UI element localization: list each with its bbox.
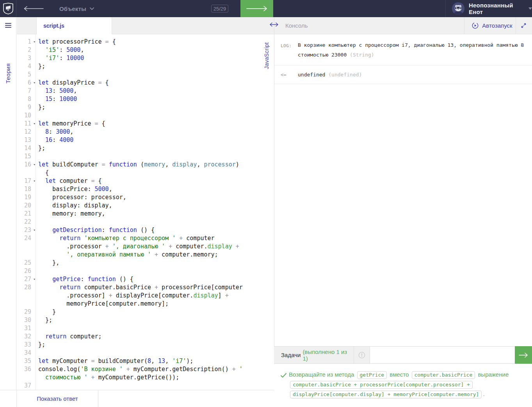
log-message: В корзине компьютер с процессором i7, ди… bbox=[298, 40, 526, 60]
tab-script-js[interactable]: script.js bbox=[36, 17, 112, 34]
code-line: .processor + ', диагональю ' + computer.… bbox=[17, 242, 274, 251]
code-line: 17▾ let computer = { bbox=[17, 177, 274, 185]
code-chip: getPrice bbox=[357, 371, 387, 379]
code-text: memoryPrice[computer.memory]; bbox=[36, 300, 169, 308]
expand-icon[interactable] bbox=[520, 22, 527, 29]
course-dropdown[interactable]: Объекты bbox=[59, 0, 94, 17]
code-text: return computer.basicPrice + processorPr… bbox=[36, 283, 243, 292]
code-text: }; bbox=[36, 62, 45, 71]
code-text: { bbox=[36, 169, 49, 177]
code-text bbox=[36, 111, 38, 120]
code-text: ', оперативной памятью ' + computer.memo… bbox=[36, 251, 218, 259]
code-text bbox=[36, 349, 38, 357]
autorun-toggle[interactable]: Автозапуск bbox=[470, 17, 515, 34]
line-number: 37 bbox=[17, 382, 36, 390]
console-header-divider bbox=[516, 17, 516, 34]
editor-tab-bar: script.js bbox=[17, 17, 274, 34]
code-line: 35let myComputer = buildComputer(8, 13, … bbox=[17, 357, 274, 365]
app-logo[interactable] bbox=[0, 0, 16, 17]
line-number: 4 bbox=[17, 62, 36, 71]
code-line: 15 bbox=[17, 152, 274, 161]
tasks-header: Задачи (выполнено 1 из 1) bbox=[274, 346, 532, 364]
code-line: 3 'i7': 10000 bbox=[17, 54, 274, 62]
result-type: (undefined) bbox=[328, 72, 362, 78]
result-prefix: <= bbox=[281, 72, 298, 78]
task-next-button[interactable] bbox=[515, 346, 532, 364]
code-line: 6▾let displayPrice = { bbox=[17, 79, 274, 87]
code-line: 32 return computer; bbox=[17, 333, 274, 341]
code-text: 'i5': 5000, bbox=[36, 46, 84, 54]
top-bar: Объекты 25/29 Неопознанный Ен bbox=[0, 0, 532, 17]
code-editor[interactable]: 1▾let processorPrice = {2 'i5': 5000,3 '… bbox=[17, 34, 274, 390]
code-line: 31 bbox=[17, 324, 274, 333]
progress-counter: 25/29 bbox=[211, 5, 228, 12]
console-header-divider bbox=[464, 17, 464, 34]
line-number: 3 bbox=[17, 54, 36, 62]
log-label: LOG: bbox=[281, 40, 298, 60]
code-line: { bbox=[17, 169, 274, 177]
line-number: 10 bbox=[17, 111, 36, 120]
code-text: .processor] + displayPrice[computer.disp… bbox=[36, 292, 229, 300]
code-text: let memoryPrice = { bbox=[36, 120, 105, 128]
user-name: Неопознанный Енот bbox=[469, 2, 523, 15]
horizontal-resize-icon[interactable] bbox=[269, 21, 279, 28]
line-number bbox=[17, 373, 36, 382]
line-number: 19 bbox=[17, 193, 36, 202]
arrow-left-icon bbox=[23, 6, 44, 11]
back-button[interactable] bbox=[22, 0, 45, 17]
console-header: Консоль Автозапуск bbox=[274, 17, 532, 34]
code-line: 28 return computer.basicPrice + processo… bbox=[17, 283, 274, 292]
line-number: 5 bbox=[17, 71, 36, 79]
task-text-segment: выражение bbox=[476, 371, 509, 378]
code-line: 20 display: display, bbox=[17, 202, 274, 210]
editor-bottom-bar: Показать ответ bbox=[0, 390, 274, 407]
next-button[interactable] bbox=[240, 0, 273, 17]
line-number bbox=[17, 169, 36, 177]
code-line: 4}; bbox=[17, 62, 274, 71]
code-text: 15: 10000 bbox=[36, 95, 77, 103]
line-number: 17▾ bbox=[17, 177, 36, 185]
task-text-segment: . bbox=[483, 391, 484, 397]
code-text bbox=[36, 152, 38, 161]
sidebar-item-theory[interactable]: Теория bbox=[5, 55, 11, 83]
left-sidebar: Теория bbox=[0, 17, 16, 407]
line-number: 34 bbox=[17, 349, 36, 357]
code-text: basicPrice: 5000, bbox=[36, 185, 112, 193]
chevron-down-icon bbox=[528, 7, 532, 10]
code-line: 5 bbox=[17, 71, 274, 79]
gutter-divider bbox=[36, 34, 36, 390]
code-text: let computer = { bbox=[36, 177, 102, 185]
line-number: 27▾ bbox=[17, 275, 36, 283]
line-number: 35 bbox=[17, 357, 36, 365]
info-exclamation-icon bbox=[358, 352, 365, 359]
code-text: let buildComputer = function (memory, di… bbox=[36, 161, 239, 169]
avatar bbox=[452, 2, 464, 15]
result-value: undefined (undefined) bbox=[298, 72, 362, 78]
htmlacademy-shield-icon bbox=[3, 3, 13, 14]
code-line: 21 memory: memory, bbox=[17, 210, 274, 218]
code-text: processor: processor, bbox=[36, 193, 126, 202]
checkmark-icon bbox=[281, 373, 286, 378]
code-text: memory: memory, bbox=[36, 210, 105, 218]
code-line: 9}; bbox=[17, 103, 274, 111]
code-text: display: display, bbox=[36, 202, 112, 210]
line-number: 24 bbox=[17, 234, 36, 242]
line-number: 33 bbox=[17, 341, 36, 349]
task-info-button[interactable] bbox=[354, 347, 370, 363]
code-text: }; bbox=[36, 103, 45, 111]
code-text bbox=[36, 71, 38, 79]
menu-hamburger-icon[interactable] bbox=[5, 23, 11, 28]
task-text-segment: Возвращайте из метода bbox=[289, 371, 356, 378]
code-line: 27▾ getPrice: function () { bbox=[17, 275, 274, 283]
user-menu[interactable]: Неопознанный Енот bbox=[452, 0, 532, 17]
show-answer-button[interactable]: Показать ответ bbox=[17, 390, 98, 407]
line-number: 30 bbox=[17, 316, 36, 324]
code-text: return 'компьютер с процессором ' + comp… bbox=[36, 234, 215, 242]
code-line: 11▾let memoryPrice = { bbox=[17, 120, 274, 128]
code-text: .processor + ', диагональю ' + computer.… bbox=[36, 242, 239, 251]
code-text: стоимостью ' + myComputer.getPrice()); bbox=[36, 373, 179, 382]
play-circle-icon bbox=[472, 22, 479, 29]
line-number: 9 bbox=[17, 103, 36, 111]
tasks-title-cell: Задачи (выполнено 1 из 1) bbox=[274, 347, 354, 363]
line-number bbox=[17, 300, 36, 308]
